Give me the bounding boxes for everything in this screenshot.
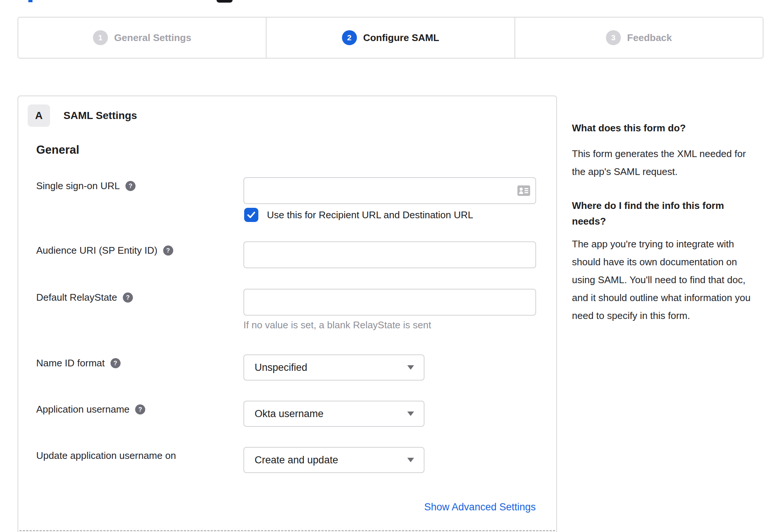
name-id-format-label: Name ID format ? [36,357,121,369]
help-icon[interactable]: ? [135,404,145,414]
step-feedback[interactable]: 3 Feedback [514,18,763,58]
help-question-2: Where do I find the info this form needs… [572,198,751,229]
select-value: Unspecified [255,362,307,373]
field-label-text: Audience URI (SP Entity ID) [36,245,158,256]
audience-uri-label: Audience URI (SP Entity ID) ? [36,245,173,256]
step-2-number-badge: 2 [342,30,357,45]
section-header: A SAML Settings [28,104,137,127]
step-general-settings[interactable]: 1 General Settings [18,18,266,58]
chevron-down-icon [407,411,414,416]
chevron-down-icon [407,458,414,462]
select-value: Create and update [255,454,338,466]
step-3-number-badge: 3 [606,30,621,45]
help-icon[interactable]: ? [125,181,136,191]
checkmark-icon [247,212,255,218]
field-label-text: Single sign-on URL [36,180,120,192]
step-configure-saml[interactable]: 2 Configure SAML [266,18,514,58]
help-icon[interactable]: ? [111,358,121,368]
recipient-url-checkbox[interactable] [244,208,258,222]
section-a-badge: A [28,104,50,127]
step-1-number-badge: 1 [93,30,108,45]
relaystate-hint: If no value is set, a blank RelayState i… [243,319,431,331]
step-2-label: Configure SAML [363,32,439,44]
help-icon[interactable]: ? [163,245,173,256]
configure-saml-page: 1 General Settings 2 Configure SAML 3 Fe… [0,0,781,532]
section-dashed-divider [19,530,555,531]
section-title: SAML Settings [63,110,137,122]
select-value: Okta username [255,408,324,420]
single-sign-on-url-label: Single sign-on URL ? [36,180,136,192]
default-relaystate-input[interactable] [243,289,536,316]
page-top-fragment-blue [28,0,32,2]
help-answer-2: The app you're trying to integrate with … [572,235,760,325]
wizard-stepper: 1 General Settings 2 Configure SAML 3 Fe… [18,17,763,59]
audience-uri-input[interactable] [243,241,536,268]
saml-settings-panel: A SAML Settings General Single sign-on U… [18,96,557,532]
single-sign-on-url-input[interactable] [243,177,536,204]
show-advanced-settings-link[interactable]: Show Advanced Settings [424,501,536,513]
update-application-username-select[interactable]: Create and update [243,447,424,473]
application-username-label: Application username ? [36,404,145,415]
update-application-username-label: Update application username on [36,450,176,461]
help-sidebar: What does this form do? This form genera… [572,122,760,342]
field-label-text: Default RelayState [36,292,117,303]
help-question-1: What does this form do? [572,122,760,134]
application-username-select[interactable]: Okta username [243,401,424,427]
field-label-text: Name ID format [36,357,105,369]
page-top-fragment-logo [217,0,233,3]
contact-card-icon [517,185,530,196]
step-1-label: General Settings [114,32,192,44]
help-icon[interactable]: ? [123,292,133,303]
step-3-label: Feedback [627,32,672,44]
help-answer-1: This form generates the XML needed for t… [572,145,760,181]
recipient-url-checkbox-row: Use this for Recipient URL and Destinati… [244,208,473,222]
chevron-down-icon [407,365,414,370]
field-label-text: Update application username on [36,450,176,461]
name-id-format-select[interactable]: Unspecified [243,354,424,381]
field-label-text: Application username [36,404,130,415]
general-group-title: General [36,143,79,157]
default-relaystate-label: Default RelayState ? [36,292,133,303]
recipient-url-checkbox-label: Use this for Recipient URL and Destinati… [267,209,473,221]
